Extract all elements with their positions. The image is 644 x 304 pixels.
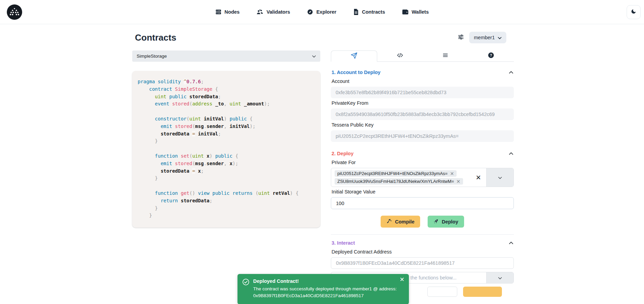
deployed-address-input[interactable] [331, 257, 514, 269]
title-row: Contracts member1 [130, 32, 514, 43]
private-for-multiselect[interactable]: piU2051ZcP2ecpt3REthHJFW4+tENOsZikRpz33y… [331, 168, 514, 187]
top-navbar: Nodes Validators Explorer Contracts Wall… [0, 0, 644, 24]
nav-item-explorer[interactable]: Explorer [307, 9, 336, 15]
deploy-panel: ? 1. Account to Deploy Account PrivateKe… [331, 50, 514, 297]
toast-close-icon[interactable]: ✕ [400, 277, 404, 283]
nodes-icon [215, 9, 221, 15]
toast-message: The contract was successfully deployed t… [253, 286, 403, 300]
nav-item-contracts[interactable]: Contracts [353, 9, 385, 15]
member-label: member1 [474, 35, 495, 40]
tessera-label: Tessera Public Key [332, 122, 513, 128]
deploy-label: Deploy [442, 219, 458, 225]
code-icon [397, 52, 403, 60]
code-block: pragma solidity ^0.7.6; contract SimpleS… [138, 78, 315, 219]
multiselect-toggle[interactable] [486, 168, 513, 187]
nav-item-wallets[interactable]: Wallets [402, 9, 429, 15]
page-content: Contracts member1 SimpleStorage [130, 32, 514, 297]
tab-list[interactable] [423, 50, 469, 61]
nav-label: Wallets [412, 9, 429, 15]
section-divider [331, 234, 514, 235]
chevron-up-icon[interactable] [509, 242, 513, 244]
nav-item-nodes[interactable]: Nodes [215, 9, 240, 15]
account-label: Account [332, 78, 513, 84]
panel-tabs: ? [331, 50, 514, 62]
list-icon [442, 53, 448, 59]
explorer-icon [307, 9, 313, 15]
main-nav: Nodes Validators Explorer Contracts Wall… [0, 0, 644, 24]
contract-source-card: pragma solidity ^0.7.6; contract SimpleS… [132, 71, 320, 228]
section-account-header: 1. Account to Deploy [332, 70, 513, 75]
left-column: SimpleStorage pragma solidity ^0.7.6; co… [132, 50, 320, 297]
chevron-down-icon [312, 54, 316, 59]
chip-value: ZSU8mUuok39VuSnsFmHal178JdUNekw/XmYLArRn… [337, 179, 454, 184]
interact-primary-button[interactable] [463, 287, 502, 297]
deploy-button[interactable]: Deploy [428, 216, 464, 228]
nav-label: Validators [266, 9, 290, 15]
theme-toggle-button[interactable] [627, 5, 641, 19]
chevron-down-icon [498, 35, 502, 40]
help-icon: ? [488, 52, 494, 60]
multiselect-clear-icon[interactable]: ✕ [471, 168, 486, 187]
tab-help[interactable]: ? [468, 50, 514, 61]
section-deploy-title: 2. Deploy [332, 151, 353, 156]
chip-remove-icon[interactable]: ✕ [456, 179, 460, 184]
deployed-address-label: Deployed Contract Address [332, 249, 513, 255]
member-selector-group: member1 [457, 32, 506, 43]
rocket-icon [433, 219, 439, 225]
private-for-chips: piU2051ZcP2ecpt3REthHJFW4+tENOsZikRpz33y… [331, 168, 471, 187]
interact-secondary-button[interactable] [427, 287, 457, 297]
check-circle-icon [242, 278, 249, 300]
private-for-chip: ZSU8mUuok39VuSnsFmHal178JdUNekw/XmYLArRn… [335, 178, 463, 185]
nav-label: Nodes [225, 9, 240, 15]
quorum-logo[interactable] [7, 4, 22, 20]
paper-plane-icon [351, 52, 357, 60]
svg-text:?: ? [490, 53, 492, 57]
columns: SimpleStorage pragma solidity ^0.7.6; co… [130, 50, 514, 297]
chevron-up-icon[interactable] [509, 152, 513, 155]
contracts-icon [353, 9, 359, 15]
section-deploy-header: 2. Deploy [332, 151, 513, 156]
tab-deploy[interactable] [331, 50, 377, 62]
private-for-chip: piU2051ZcP2ecpt3REthHJFW4+tENOsZikRpz33y… [335, 170, 457, 177]
page-title: Contracts [135, 32, 176, 43]
wallets-icon [402, 9, 409, 15]
toast-body: Deployed Contract! The contract was succ… [253, 278, 403, 300]
section-interact-header: 3. Interact [332, 240, 513, 246]
chevron-up-icon[interactable] [509, 71, 513, 74]
function-select-toggle[interactable] [486, 272, 513, 283]
privatekey-input[interactable] [331, 108, 514, 120]
validators-icon [257, 9, 263, 15]
nav-label: Explorer [316, 9, 336, 15]
nav-label: Contracts [362, 9, 385, 15]
tab-code[interactable] [377, 50, 423, 61]
nav-item-validators[interactable]: Validators [257, 9, 290, 15]
moon-icon [631, 9, 637, 16]
hammer-icon [386, 218, 392, 225]
initial-storage-label: Initial Storage Value [332, 189, 513, 194]
toast-title: Deployed Contract! [253, 278, 403, 284]
privatekey-label: PrivateKey From [332, 100, 513, 106]
logo-dots-icon [7, 4, 22, 20]
deploy-actions: Compile Deploy [331, 216, 514, 228]
compile-label: Compile [395, 219, 414, 225]
contract-select[interactable]: SimpleStorage [132, 50, 320, 62]
member-dropdown-button[interactable]: member1 [469, 32, 506, 43]
initial-storage-input[interactable] [331, 197, 514, 209]
code-content: pragma solidity ^0.7.6; contract SimpleS… [138, 79, 298, 218]
section-account-title: 1. Account to Deploy [332, 70, 381, 75]
tessera-input[interactable] [331, 130, 514, 142]
account-input[interactable] [331, 87, 514, 98]
chip-value: piU2051ZcP2ecpt3REthHJFW4+tENOsZikRpz33y… [337, 171, 448, 176]
private-for-label: Private For [332, 160, 513, 165]
contract-select-value: SimpleStorage [137, 54, 167, 59]
toast-deployed-contract: Deployed Contract! The contract was succ… [237, 274, 409, 304]
chevron-down-icon [498, 174, 502, 180]
section-interact-title: 3. Interact [332, 240, 355, 246]
chevron-down-icon [498, 275, 502, 281]
compile-button[interactable]: Compile [381, 216, 420, 228]
sliders-icon[interactable] [457, 34, 464, 42]
chip-remove-icon[interactable]: ✕ [450, 171, 454, 176]
